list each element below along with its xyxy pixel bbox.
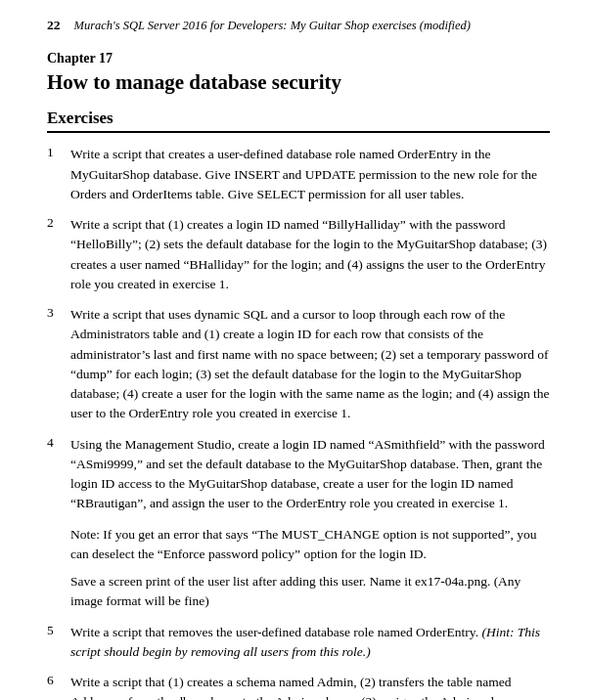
exercise-number-2: 2	[47, 215, 61, 231]
note-must-change: Note: If you get an error that says “The…	[70, 525, 550, 565]
exercise-number-1: 1	[47, 145, 61, 160]
exercise-item-3: 3 Write a script that uses dynamic SQL a…	[47, 305, 550, 424]
exercise-item-5: 5 Write a script that removes the user-d…	[47, 623, 550, 663]
exercise-item-4: 4 Using the Management Studio, create a …	[47, 435, 550, 514]
exercise-text-3: Write a script that uses dynamic SQL and…	[70, 305, 550, 424]
chapter-label: Chapter 17	[47, 51, 550, 66]
section-heading: Exercises	[47, 109, 550, 133]
exercise-number-5: 5	[47, 623, 61, 638]
exercise-number-6: 6	[47, 673, 61, 688]
exercise-item-2: 2 Write a script that (1) creates a logi…	[47, 215, 550, 294]
exercise-item-1: 1 Write a script that creates a user-def…	[47, 145, 550, 204]
page-subtitle: Murach's SQL Server 2016 for Developers:…	[74, 19, 471, 33]
chapter-title: How to manage database security	[47, 69, 550, 95]
exercise-number-4: 4	[47, 435, 61, 451]
exercise-text-1: Write a script that creates a user-defin…	[70, 145, 550, 204]
page-number: 22	[47, 18, 61, 33]
exercise-item-6: 6 Write a script that (1) creates a sche…	[47, 673, 550, 700]
exercises-list: 1 Write a script that creates a user-def…	[47, 145, 550, 513]
exercise-number-3: 3	[47, 305, 61, 321]
exercise-4-notes: Note: If you get an error that says “The…	[70, 525, 550, 612]
exercise-text-5: Write a script that removes the user-def…	[70, 623, 550, 663]
note-screenshot: Save a screen print of the user list aft…	[70, 572, 550, 612]
exercises-list-continued: 5 Write a script that removes the user-d…	[47, 623, 550, 701]
exercise-text-4: Using the Management Studio, create a lo…	[70, 435, 550, 514]
exercise-text-6: Write a script that (1) creates a schema…	[70, 673, 550, 700]
exercise-text-2: Write a script that (1) creates a login …	[70, 215, 550, 294]
